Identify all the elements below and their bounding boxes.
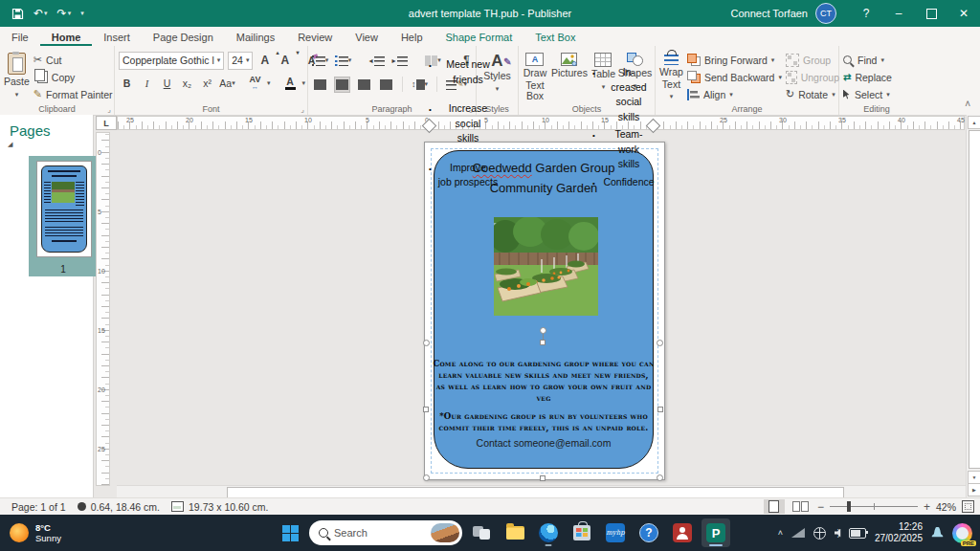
vertical-scrollbar[interactable]: ▲ ▼ ▶ <box>966 115 980 497</box>
cut-button[interactable]: ✂Cut <box>33 53 113 67</box>
font-color-button[interactable]: A <box>282 76 299 92</box>
send-backward-button[interactable]: Send Backward▾ <box>687 70 782 84</box>
tab-help[interactable]: Help <box>390 30 434 46</box>
group-button[interactable]: Group <box>786 53 839 67</box>
edge-button[interactable] <box>534 518 563 547</box>
decrease-indent-button[interactable]: ◂ <box>368 53 385 69</box>
collapse-ribbon-button[interactable]: ˄ <box>965 99 970 109</box>
increase-indent-button[interactable]: ▸ <box>391 53 408 69</box>
tab-view[interactable]: View <box>344 30 390 46</box>
task-view-button[interactable] <box>467 518 496 547</box>
tab-insert[interactable]: Insert <box>92 30 142 46</box>
superscript-button[interactable]: x² <box>199 76 215 92</box>
underline-button[interactable]: U <box>159 76 175 92</box>
publisher-taskbar-button[interactable]: P <box>702 518 730 547</box>
draw-text-box-button[interactable]: A Draw Text Box <box>523 50 547 101</box>
zoom-level[interactable]: 42% <box>936 501 956 513</box>
file-explorer-button[interactable] <box>501 518 529 547</box>
myhp-button[interactable]: myhp <box>601 518 630 547</box>
customize-qat-icon[interactable]: ▾ <box>80 10 84 17</box>
vertical-scroll-thumb[interactable] <box>969 130 980 469</box>
zoom-slider[interactable] <box>830 506 918 507</box>
battery-icon[interactable] <box>849 528 866 539</box>
italic-button[interactable]: I <box>139 76 155 92</box>
search-daily-image[interactable] <box>431 523 459 542</box>
copilot-icon[interactable]: PRE <box>952 523 972 543</box>
scroll-right-arrow[interactable]: ▶ <box>968 483 980 496</box>
redo-button[interactable]: ↷▾ <box>57 9 72 18</box>
horizontal-ruler[interactable]: 2520151050510152530354045 <box>117 116 965 130</box>
minimize-button[interactable]: – <box>882 0 915 27</box>
selection-handle-mid-right[interactable] <box>657 407 663 412</box>
tab-text-box[interactable]: Text Box <box>523 30 587 46</box>
save-icon[interactable] <box>11 8 24 20</box>
help-button[interactable]: ? <box>850 0 882 27</box>
weather-widget[interactable]: 8°C Sunny <box>10 515 61 551</box>
search-box[interactable]: Search <box>309 520 462 545</box>
font-dialog-launcher[interactable]: ⌟ <box>301 105 304 114</box>
selection-handle-mid-left[interactable] <box>423 407 429 412</box>
shrink-font-button[interactable]: A▾ <box>277 53 293 69</box>
vertical-ruler[interactable]: 0510152025 <box>96 132 110 486</box>
undo-button[interactable]: ↶▾ <box>33 9 48 18</box>
selection-handle-top-left[interactable] <box>423 340 430 346</box>
flyer-lower-textbox[interactable]: Come along to our gardening group where … <box>433 358 655 449</box>
select-button[interactable]: Select▾ <box>843 87 892 101</box>
tab-page-design[interactable]: Page Design <box>142 30 225 46</box>
hidden-icons-chevron[interactable]: ˄ <box>778 528 783 538</box>
paste-dropdown-caret[interactable]: ▾ <box>15 89 19 99</box>
fit-page-button[interactable] <box>962 500 974 513</box>
subscript-button[interactable]: x₂ <box>179 76 195 92</box>
grow-font-button[interactable]: A▴ <box>256 53 273 69</box>
selection-handle-top-right[interactable] <box>657 340 663 346</box>
numbering-button[interactable]: ▾ <box>335 53 351 69</box>
network-icon[interactable] <box>813 527 826 540</box>
bold-button[interactable]: B <box>119 76 135 92</box>
tab-home[interactable]: Home <box>40 30 93 46</box>
tab-mailings[interactable]: Mailings <box>225 30 286 46</box>
align-left-button[interactable] <box>312 77 328 93</box>
page-thumbnail[interactable]: 1 <box>29 156 98 276</box>
format-painter-button[interactable]: ✎Format Painter <box>33 87 113 101</box>
tab-shape-format[interactable]: Shape Format <box>434 30 524 46</box>
garden-photo[interactable] <box>494 217 598 316</box>
close-button[interactable]: ✕ <box>947 0 980 27</box>
copy-button[interactable]: Copy <box>33 70 113 84</box>
line-spacing-button[interactable]: ↕▾ <box>411 77 429 93</box>
horizontal-scrollbar[interactable] <box>117 485 966 497</box>
flyer-right-bullets[interactable]: •In-creasedsocialskills•Team-workskills•… <box>601 65 657 192</box>
selection-handle-top-center[interactable] <box>540 340 546 345</box>
align-center-button[interactable] <box>334 77 350 93</box>
change-case-button[interactable]: Aa▾ <box>219 76 235 92</box>
page-indicator[interactable]: Page: 1 of 1 <box>11 501 66 513</box>
two-page-view-button[interactable] <box>791 499 812 514</box>
scroll-down-arrow[interactable]: ▼ <box>968 471 980 484</box>
align-right-button[interactable] <box>356 77 372 93</box>
notifications-bell-icon[interactable] <box>931 527 944 540</box>
pictures-button[interactable]: Pictures <box>551 50 588 101</box>
single-page-view-button[interactable] <box>764 499 785 514</box>
get-help-button[interactable]: ? <box>635 518 663 547</box>
account-name[interactable]: Connect Torfaen <box>730 8 808 19</box>
clock[interactable]: 12:26 27/02/2025 <box>875 521 923 544</box>
replace-button[interactable]: ⇄Replace <box>843 70 892 84</box>
scroll-up-arrow[interactable]: ▲ <box>968 116 980 129</box>
character-spacing-button[interactable]: AV↔ <box>247 76 263 92</box>
flyer-left-bullets[interactable]: •Meet newfriends•Increasesocialskills•Im… <box>437 57 499 205</box>
find-button[interactable]: Find▾ <box>843 53 892 67</box>
align-objects-button[interactable]: Align▾ <box>687 87 782 101</box>
bullets-button[interactable]: ▾ <box>312 53 328 69</box>
store-button[interactable] <box>568 518 596 547</box>
selection-handle-bottom-right[interactable] <box>657 474 663 481</box>
clipboard-dialog-launcher[interactable]: ⌟ <box>107 105 111 114</box>
rotate-button[interactable]: ↻Rotate▾ <box>786 87 839 101</box>
paste-button[interactable]: Paste ▾ <box>4 50 30 101</box>
rotation-handle[interactable] <box>540 327 546 334</box>
maximize-button[interactable] <box>915 0 947 27</box>
font-size-combo[interactable]: 24▾ <box>228 52 253 70</box>
ungroup-button[interactable]: Ungroup <box>786 70 839 84</box>
font-name-combo[interactable]: Copperplate Gothic l▾ <box>119 52 224 70</box>
zoom-out-button[interactable]: − <box>817 500 824 514</box>
bring-forward-button[interactable]: Bring Forward▾ <box>687 53 782 67</box>
zoom-slider-thumb[interactable] <box>847 501 851 512</box>
